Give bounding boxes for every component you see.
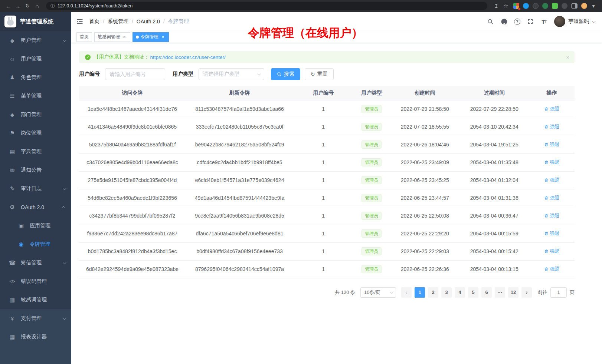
sidebar-item-audit-log[interactable]: ✎ 审计日志 [0, 179, 71, 198]
page-button-2[interactable]: 2 [428, 287, 438, 298]
breadcrumb-oauth[interactable]: OAuth 2.0 [137, 19, 160, 24]
search-icon[interactable] [487, 18, 494, 25]
doc-link[interactable]: https://doc.iocoder.cn/user-center/ [150, 54, 226, 60]
page-button-6[interactable]: 6 [481, 287, 492, 298]
bookmark-star-icon[interactable]: ☆ [501, 1, 510, 10]
tab-label: 敏感词管理 [98, 34, 120, 40]
user-id-input[interactable] [105, 68, 165, 80]
collapse-sidebar-icon[interactable] [76, 18, 83, 25]
page-button-3[interactable]: 3 [441, 287, 452, 298]
sidebar-item-oauth-token[interactable]: ◉ 令牌管理 [0, 235, 71, 254]
extension-grid-icon[interactable] [513, 3, 519, 9]
sidebar-item-label: 租户管理 [21, 37, 60, 44]
sidebar-item-user[interactable]: ☺ 用户管理 [0, 50, 71, 68]
next-page-button[interactable]: › [521, 287, 532, 298]
force-logout-button[interactable]: 强退 [544, 177, 560, 183]
tab-token[interactable]: 令牌管理 × [132, 32, 169, 42]
tab-home[interactable]: 首页 [76, 32, 92, 42]
back-button[interactable]: ← [4, 1, 13, 10]
sidebar-item-role[interactable]: ♟ 角色管理 [0, 68, 71, 87]
cell-actions: 强退 [529, 242, 575, 260]
sidebar-item-oauth[interactable]: ⚙ OAuth 2.0 [0, 198, 71, 216]
user-avatar[interactable] [554, 16, 565, 27]
breadcrumb-home[interactable]: 首页 [89, 18, 99, 25]
reset-button[interactable]: ↻ 重置 [305, 68, 334, 80]
cell-user-id: 1 [294, 171, 353, 189]
breadcrumb-separator: / [132, 19, 133, 24]
total-count: 共 120 条 [335, 289, 355, 296]
sidebar-item-label: 角色管理 [21, 74, 65, 81]
sidebar-item-post[interactable]: ⚑ 岗位管理 [0, 124, 71, 142]
user-type-badge: 管理员 [361, 105, 382, 113]
goto-page-input[interactable] [550, 287, 567, 298]
green-extension-icon[interactable] [542, 3, 548, 9]
sidebar-item-report-designer[interactable]: ▦ 报表设计器 [0, 328, 71, 346]
col-user-type: 用户类型 [353, 86, 390, 100]
user-menu-caret-icon [592, 19, 596, 23]
url-bar[interactable]: ⓘ 127.0.0.1:1024/system/oauth2/token [46, 2, 487, 10]
force-logout-button[interactable]: 强退 [544, 106, 560, 112]
force-logout-button[interactable]: 强退 [544, 195, 560, 201]
breadcrumb: 首页 / 系统管理 / OAuth 2.0 / 令牌管理 [89, 18, 189, 25]
close-icon[interactable]: × [160, 34, 166, 40]
sidebar-item-payment[interactable]: ¥ 支付管理 [0, 309, 71, 328]
info-icon[interactable]: ⓘ [50, 3, 55, 9]
search-button[interactable]: 搜索 [271, 68, 300, 80]
force-logout-button[interactable]: 强退 [544, 248, 560, 255]
reload-button[interactable]: ↻ [23, 1, 32, 10]
cell-refresh-token: be90422b8c7946218275a508bf524fc9 [186, 136, 294, 153]
chevron-up-icon [62, 206, 65, 209]
share-icon[interactable]: ↥ [492, 1, 501, 10]
force-logout-button[interactable]: 强退 [544, 266, 560, 272]
github-icon[interactable] [500, 18, 508, 25]
sidebar-item-dict[interactable]: ▤ 字典管理 [0, 142, 71, 161]
browser-profile-avatar[interactable] [581, 3, 587, 9]
dark-extension-icon[interactable] [533, 3, 539, 9]
font-size-icon[interactable]: TT [540, 18, 548, 25]
sidebar-item-sensitive-words[interactable]: ▥ 敏感词管理 [0, 291, 71, 309]
force-logout-button[interactable]: 强退 [544, 212, 560, 219]
user-type-select[interactable]: 请选择用户类型 [199, 68, 264, 80]
close-icon[interactable]: × [122, 34, 127, 40]
sidebar-item-notice[interactable]: ✉ 通知公告 [0, 161, 71, 179]
cell-expire-time: 2054-03-04 00:15:59 [459, 225, 529, 242]
side-panel-icon[interactable] [571, 3, 578, 9]
tab-sensitive-words[interactable]: 敏感词管理 × [94, 32, 130, 42]
page-button-12[interactable]: 12 [508, 287, 518, 298]
sidebar-item-oauth-app[interactable]: ▣ 应用管理 [0, 216, 71, 235]
page-button-5[interactable]: 5 [468, 287, 478, 298]
app-logo-area[interactable]: 芋道管理系统 [0, 12, 71, 31]
home-button[interactable]: ⌂ [33, 1, 42, 10]
fullscreen-icon[interactable] [527, 18, 534, 25]
forward-button[interactable]: → [13, 1, 22, 10]
browser-toolbar: ← → ↻ ⌂ ⓘ 127.0.0.1:1024/system/oauth2/t… [0, 0, 602, 12]
sidebar-item-dept[interactable]: ♣ 部门管理 [0, 105, 71, 124]
sidebar-item-menu[interactable]: ☰ 菜单管理 [0, 87, 71, 105]
force-logout-button[interactable]: 强退 [544, 123, 560, 130]
more-pages-button[interactable]: ··· [495, 287, 505, 298]
breadcrumb-system[interactable]: 系统管理 [108, 18, 128, 25]
page-button-1[interactable]: 1 [415, 287, 425, 298]
alert-close-icon[interactable]: × [566, 54, 569, 60]
twitter-extension-icon[interactable] [523, 3, 529, 9]
sidebar-item-sms[interactable]: ☎ 短信管理 [0, 254, 71, 272]
help-icon[interactable]: ? [514, 19, 520, 25]
page-size-value: 10条/页 [364, 289, 380, 296]
force-logout-button[interactable]: 强退 [544, 159, 560, 166]
page-size-select[interactable]: 10条/页 [360, 287, 396, 298]
prev-page-button[interactable]: ‹ [401, 287, 412, 298]
puzzle-extension-icon[interactable] [552, 3, 558, 9]
sidebar-item-label: 审计日志 [21, 185, 60, 192]
cell-user-type: 管理员 [353, 171, 390, 189]
force-logout-button[interactable]: 强退 [544, 230, 560, 237]
force-logout-button[interactable]: 强退 [544, 141, 560, 148]
cell-access-token: 6d842e2924594de9a09e45e087323abe [79, 260, 186, 278]
sidebar-item-tenant[interactable]: ☻ 租户管理 [0, 31, 71, 50]
browser-menu-caret-icon[interactable]: ▾ [591, 1, 596, 10]
page-button-4[interactable]: 4 [455, 287, 465, 298]
extra-extension-icon[interactable] [562, 3, 567, 9]
cell-refresh-token: cdfc4ce9c2da4bb1bdf21b9918ff4be5 [186, 153, 294, 171]
user-menu[interactable]: 芋道源码 [554, 16, 595, 27]
audit-log-icon: ✎ [8, 185, 16, 192]
sidebar-item-error-code[interactable]: </> 错误码管理 [0, 272, 71, 291]
